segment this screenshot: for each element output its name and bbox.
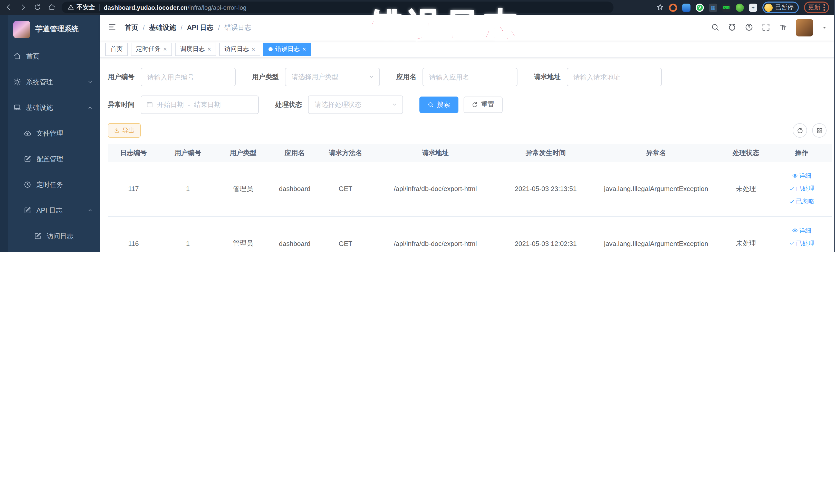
- breadcrumb-separator: /: [180, 24, 182, 32]
- request-url-input[interactable]: [567, 68, 662, 86]
- browser-back-icon[interactable]: [5, 3, 12, 12]
- sidebar-item-label: 文件管理: [37, 129, 63, 138]
- table-refresh-button[interactable]: [793, 123, 807, 138]
- browser-reload-icon[interactable]: [34, 3, 41, 12]
- extension-green-leaf-icon[interactable]: [736, 3, 744, 12]
- cell-log-id: 116: [108, 216, 159, 252]
- error-log-table: 日志编号 用户编号 用户类型 应用名 请求方法名 请求地址 异常发生时间 异常名…: [108, 144, 832, 252]
- cell-user-type: 管理员: [217, 162, 269, 216]
- search-button-label: 搜索: [437, 100, 450, 109]
- sidebar-item-file-management[interactable]: 文件管理: [0, 121, 100, 146]
- extension-grid-icon[interactable]: ▦: [709, 3, 717, 12]
- extension-on-badge-icon[interactable]: on: [722, 3, 731, 12]
- address-bar[interactable]: 不安全 dashboard.yudao.iocoder.cn/infra/log…: [62, 2, 613, 13]
- close-icon[interactable]: ×: [207, 46, 211, 52]
- sidebar-item-label: 定时任务: [37, 180, 63, 189]
- tab-label: 调度日志: [180, 45, 205, 54]
- cell-time: 2021-05-03 12:02:31: [500, 216, 592, 252]
- tab-home[interactable]: 首页: [105, 42, 128, 56]
- profile-avatar: [765, 3, 773, 12]
- top-navbar: 首页 / 基础设施 / API 日志 / 错误日志: [100, 15, 834, 41]
- browser-home-icon[interactable]: [48, 3, 56, 12]
- sidebar-item-label: 基础设施: [26, 103, 53, 113]
- user-menu-caret-icon[interactable]: [822, 25, 827, 31]
- extensions-puzzle-icon[interactable]: ✦: [749, 3, 757, 12]
- sidebar-item-access-log[interactable]: 访问日志: [0, 223, 100, 249]
- extension-blue-shield-icon[interactable]: [682, 3, 691, 12]
- sidebar-item-scheduled-tasks[interactable]: 定时任务: [0, 172, 100, 198]
- tab-schedule-log[interactable]: 调度日志×: [175, 42, 216, 56]
- date-end-placeholder: 结束日期: [194, 100, 221, 109]
- detail-link[interactable]: 详细: [792, 226, 811, 235]
- tab-error-log[interactable]: 错误日志×: [263, 42, 311, 56]
- export-button[interactable]: 导出: [108, 123, 141, 138]
- sidebar-item-config-management[interactable]: 配置管理: [0, 146, 100, 172]
- close-icon[interactable]: ×: [302, 46, 306, 52]
- table-columns-button[interactable]: [812, 123, 827, 138]
- detail-link[interactable]: 详细: [792, 172, 811, 181]
- table-row: 117 1 管理员 dashboard GET /api/infra/db-do…: [108, 162, 832, 216]
- extension-green-v-icon[interactable]: V: [696, 3, 704, 12]
- col-method: 请求方法名: [320, 144, 371, 162]
- bookmark-star-icon[interactable]: [657, 4, 664, 12]
- sidebar-item-home[interactable]: 首页: [0, 44, 100, 69]
- url-path: /infra/log/api-error-log: [188, 4, 246, 11]
- clock-icon: [24, 181, 31, 189]
- docs-help-icon[interactable]: [745, 23, 753, 32]
- user-avatar[interactable]: [796, 19, 813, 37]
- exception-time-range-picker[interactable]: 开始日期 - 结束日期: [141, 96, 259, 114]
- breadcrumb-api-log[interactable]: API 日志: [187, 23, 213, 32]
- user-id-label: 用户编号: [108, 73, 135, 82]
- app-name-label: 应用名: [396, 73, 416, 82]
- browser-update-button[interactable]: 更新: [804, 2, 829, 13]
- log-edit-icon: [24, 206, 31, 215]
- chevron-down-icon: [392, 102, 398, 108]
- app-name-input[interactable]: [423, 68, 517, 86]
- breadcrumb-home[interactable]: 首页: [125, 23, 138, 32]
- sidebar-item-error-log[interactable]: 错误日志: [0, 249, 100, 252]
- breadcrumb-infrastructure[interactable]: 基础设施: [149, 23, 176, 32]
- sidebar-menu: 首页 系统管理 基础设施 文件管理 配置管理: [0, 44, 100, 252]
- mark-handled-link[interactable]: 已处理: [789, 185, 814, 193]
- profile-status-label: 已暂停: [775, 3, 794, 12]
- browser-menu-icon[interactable]: [823, 4, 825, 11]
- close-icon[interactable]: ×: [163, 46, 167, 52]
- sidebar-item-api-log[interactable]: API 日志: [0, 198, 100, 223]
- mark-handled-link[interactable]: 已处理: [789, 239, 814, 248]
- check-icon: [789, 199, 794, 205]
- github-icon[interactable]: [728, 23, 736, 32]
- active-tab-dot: [268, 47, 272, 51]
- header-search-icon[interactable]: [711, 23, 719, 32]
- app-logo: [13, 21, 30, 38]
- tab-access-log[interactable]: 访问日志×: [219, 42, 260, 56]
- mark-ignored-link[interactable]: 已忽略: [789, 198, 814, 206]
- search-button[interactable]: 搜索: [420, 97, 459, 113]
- process-status-select[interactable]: 请选择处理状态: [308, 96, 403, 114]
- tab-scheduled-tasks[interactable]: 定时任务×: [131, 42, 172, 56]
- process-status-placeholder: 请选择处理状态: [315, 100, 392, 109]
- sidebar-item-infrastructure[interactable]: 基础设施: [0, 95, 100, 121]
- user-type-label: 用户类型: [252, 73, 279, 82]
- sidebar-toggle-icon[interactable]: [108, 23, 117, 33]
- mark-ignored-link[interactable]: 已忽略: [789, 252, 814, 252]
- cloud-upload-icon: [24, 129, 31, 138]
- log-edit-icon: [34, 232, 42, 241]
- close-icon[interactable]: ×: [251, 46, 255, 52]
- extension-orange-icon[interactable]: [669, 3, 677, 12]
- user-id-input[interactable]: [141, 68, 236, 86]
- eye-icon: [792, 227, 797, 234]
- cell-exception: java.lang.IllegalArgumentException: [592, 216, 720, 252]
- fullscreen-icon[interactable]: [762, 23, 770, 32]
- reset-button[interactable]: 重置: [464, 97, 503, 113]
- col-process-status: 处理状态: [720, 144, 772, 162]
- font-size-icon[interactable]: [779, 23, 787, 32]
- user-type-select[interactable]: 请选择用户类型: [285, 68, 380, 86]
- sidebar-item-label: 访问日志: [47, 231, 74, 241]
- profile-paused-chip[interactable]: 已暂停: [762, 2, 799, 13]
- sidebar-item-label: 配置管理: [37, 155, 63, 164]
- chevron-down-icon: [87, 79, 93, 85]
- gear-icon: [13, 78, 21, 86]
- page-content: 用户编号 用户类型 请选择用户类型 应用名: [100, 58, 834, 252]
- browser-forward-icon[interactable]: [20, 3, 27, 12]
- sidebar-item-system-management[interactable]: 系统管理: [0, 69, 100, 95]
